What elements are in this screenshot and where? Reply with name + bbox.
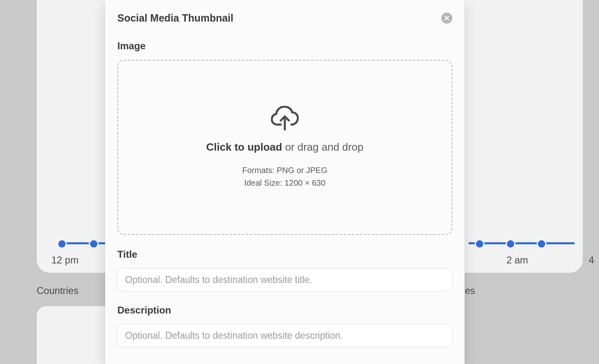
axis-label-2am: 2 am	[507, 254, 528, 266]
title-section-label: Title	[117, 249, 452, 260]
upload-hint: Formats: PNG or JPEG Ideal Size: 1200 × …	[242, 164, 328, 189]
image-upload-dropzone[interactable]: Click to upload or drag and drop Formats…	[117, 60, 452, 235]
social-thumbnail-modal: Social Media Thumbnail Image Click to up…	[105, 0, 465, 364]
modal-title: Social Media Thumbnail	[117, 12, 233, 24]
right-heading-fragment: es	[465, 285, 475, 296]
upload-size-line: Ideal Size: 1200 × 630	[242, 177, 328, 189]
axis-label-12pm: 12 pm	[51, 254, 79, 266]
upload-primary-text: Click to upload or drag and drop	[206, 141, 363, 153]
countries-heading: Countries	[37, 285, 79, 296]
close-icon	[444, 15, 449, 21]
modal-header: Social Media Thumbnail	[117, 12, 452, 24]
title-input[interactable]	[117, 268, 452, 292]
description-input[interactable]	[117, 324, 452, 347]
description-section-label: Description	[117, 305, 452, 316]
cloud-upload-icon	[271, 106, 299, 131]
close-button[interactable]	[441, 13, 452, 24]
upload-drag-text: or drag and drop	[282, 141, 363, 153]
upload-formats-line: Formats: PNG or JPEG	[242, 164, 328, 177]
image-section-label: Image	[117, 40, 452, 52]
axis-label-4: 4	[589, 254, 594, 266]
upload-click-text: Click to upload	[206, 141, 282, 153]
